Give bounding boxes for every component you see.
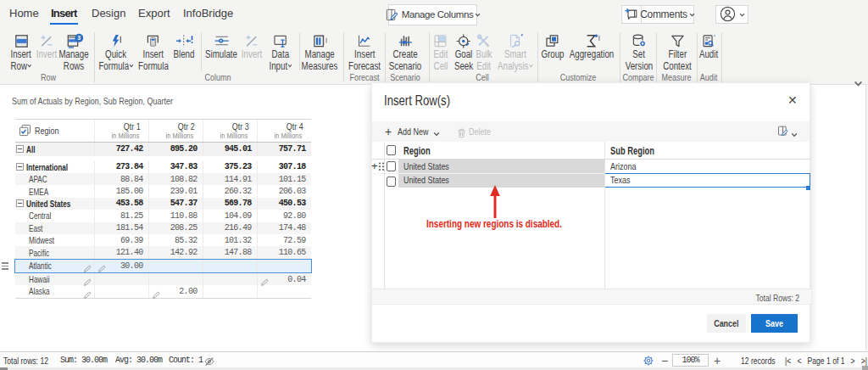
svg-text:3: 3 [77,35,81,42]
